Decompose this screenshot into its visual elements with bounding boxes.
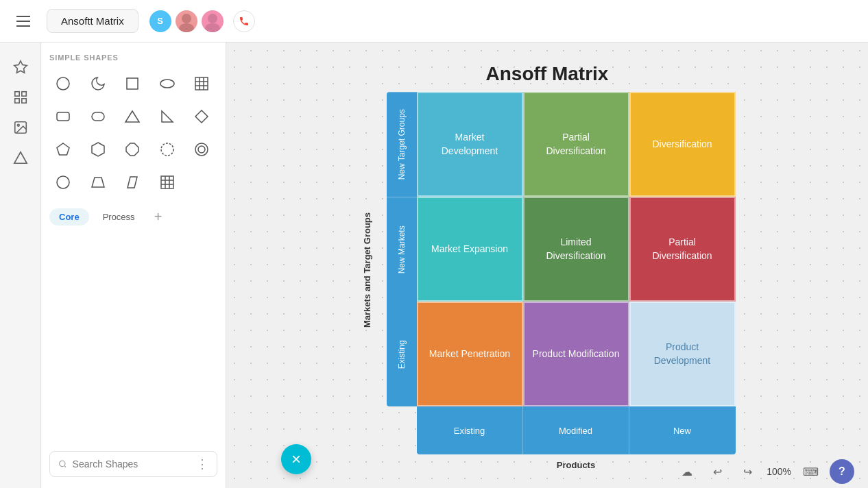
shape-right-triangle[interactable]	[154, 103, 181, 130]
search-input[interactable]	[73, 459, 191, 469]
shape-icon[interactable]	[7, 144, 34, 171]
shape-hexagon[interactable]	[84, 136, 112, 163]
help-button[interactable]: ?	[830, 459, 854, 484]
shape-table[interactable]	[188, 70, 215, 97]
redo-button[interactable]: ↪	[736, 461, 758, 483]
tab-core[interactable]: Core	[49, 208, 89, 225]
svg-point-31	[57, 176, 69, 188]
avatar-1[interactable]: S	[149, 10, 171, 32]
main-area: Simple Shapes	[0, 42, 868, 488]
svg-marker-23	[162, 111, 173, 122]
menu-button[interactable]	[11, 9, 36, 34]
cell-0-1[interactable]: Partial Diversification	[523, 92, 629, 197]
tab-add-button[interactable]: +	[149, 207, 168, 226]
grid-row-2: Market Penetration Product Modification …	[417, 302, 736, 406]
svg-rect-8	[21, 99, 25, 103]
svg-line-40	[64, 465, 66, 467]
row-labels: New Target Groups New Markets Existing	[387, 92, 417, 406]
svg-marker-27	[126, 143, 138, 156]
svg-point-2	[208, 14, 217, 23]
bottom-bar: ☁ ↩ ↪ 100% ⌨ ?	[226, 455, 868, 488]
fab-button[interactable]: ×	[281, 444, 311, 474]
avatar-3[interactable]	[202, 10, 224, 32]
grid-row-1: Market Expansion Limited Diversification…	[417, 197, 736, 302]
col-labels-row: Existing Modified New	[417, 406, 736, 454]
shape-parallelogram[interactable]	[119, 169, 146, 196]
search-more-icon[interactable]: ⋮	[196, 456, 208, 472]
cell-2-0[interactable]: Market Penetration	[417, 302, 523, 406]
shape-circle2[interactable]	[154, 136, 181, 163]
grid-icon[interactable]	[7, 84, 34, 111]
shape-ellipse[interactable]	[154, 70, 181, 97]
shapes-tabs: Core Process +	[49, 207, 217, 226]
undo-button[interactable]: ↩	[706, 461, 728, 483]
shape-diamond[interactable]	[188, 103, 215, 130]
cell-0-2[interactable]: Diversification	[629, 92, 736, 197]
cell-0-0[interactable]: Market Development	[417, 92, 523, 197]
svg-point-14	[160, 80, 174, 88]
canvas-area[interactable]: Ansoff Matrix Markets and Target Groups …	[226, 42, 868, 488]
shape-trapezoid[interactable]	[84, 169, 112, 196]
collaborators-area: S	[149, 10, 255, 32]
svg-point-1	[179, 23, 194, 32]
shape-rounded-rect2[interactable]	[84, 103, 112, 130]
search-icon	[58, 459, 67, 469]
avatar-2[interactable]	[176, 10, 197, 32]
svg-rect-7	[14, 99, 19, 103]
zoom-level: 100%	[767, 466, 791, 477]
svg-point-39	[60, 461, 65, 466]
shape-triangle[interactable]	[119, 103, 146, 130]
search-box: ⋮	[49, 451, 217, 477]
matrix-body: New Target Groups New Markets Existing M…	[387, 92, 736, 406]
cell-2-2[interactable]: Product Development	[629, 302, 736, 406]
grid-row-0: Market Development Partial Diversificati…	[417, 92, 736, 197]
shape-octagon[interactable]	[119, 136, 146, 163]
canvas-title: Ansoff Matrix	[486, 63, 609, 85]
cell-1-0[interactable]: Market Expansion	[417, 197, 523, 302]
image-icon[interactable]	[7, 114, 34, 141]
svg-point-3	[205, 23, 220, 32]
svg-rect-6	[21, 92, 25, 96]
shape-circle[interactable]	[49, 70, 77, 97]
svg-point-0	[182, 14, 191, 23]
shape-grid2[interactable]	[154, 169, 181, 196]
phone-button[interactable]	[233, 10, 255, 32]
svg-marker-22	[125, 111, 139, 122]
svg-marker-25	[57, 143, 69, 155]
svg-point-29	[195, 143, 208, 156]
svg-rect-21	[92, 112, 104, 121]
svg-marker-33	[128, 177, 137, 188]
keyboard-icon[interactable]: ⌨	[799, 461, 821, 483]
shape-pentagon[interactable]	[49, 136, 77, 163]
matrix-wrapper: Markets and Target Groups New Target Gro…	[359, 92, 736, 470]
svg-point-10	[17, 124, 19, 126]
col-label-0: Existing	[417, 406, 523, 454]
shape-circle3[interactable]	[188, 136, 215, 163]
document-tab[interactable]: Ansoftt Matrix	[47, 9, 138, 33]
tab-process[interactable]: Process	[93, 208, 145, 225]
y-axis-container: Markets and Target Groups	[359, 92, 387, 448]
svg-marker-24	[195, 110, 208, 123]
shape-rounded-rect[interactable]	[49, 103, 77, 130]
shape-crescent[interactable]	[84, 70, 112, 97]
svg-rect-34	[161, 176, 173, 188]
svg-marker-11	[14, 152, 26, 164]
cell-2-1[interactable]: Product Modification	[523, 302, 629, 406]
svg-marker-26	[92, 143, 104, 156]
svg-point-28	[161, 143, 173, 156]
cell-1-1[interactable]: Limited Diversification	[523, 197, 629, 302]
shape-circle4[interactable]	[49, 169, 77, 196]
cloud-icon[interactable]: ☁	[676, 461, 698, 483]
cell-1-2[interactable]: Partial Diversification	[629, 197, 736, 302]
y-axis-label: Markets and Target Groups	[362, 212, 372, 328]
shape-square[interactable]	[119, 70, 146, 97]
shapes-panel: Simple Shapes	[41, 42, 226, 488]
document-title: Ansoftt Matrix	[61, 15, 124, 27]
grid-area: Market Development Partial Diversificati…	[417, 92, 736, 406]
svg-rect-13	[127, 78, 138, 89]
col-label-2: New	[629, 406, 736, 454]
svg-point-12	[57, 77, 69, 90]
col-label-1: Modified	[523, 406, 629, 454]
topbar: Ansoftt Matrix S	[0, 0, 868, 42]
star-icon[interactable]	[7, 53, 34, 81]
